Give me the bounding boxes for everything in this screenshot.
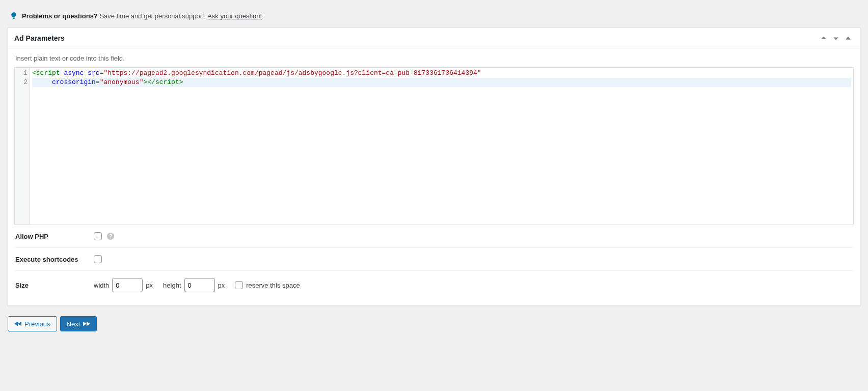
code-editor[interactable]: 1 2 <script async src="https://pagead2.g…	[14, 67, 854, 225]
panel-body: Insert plain text or code into this fiel…	[8, 48, 860, 305]
allow-php-label: Allow PHP	[14, 233, 94, 240]
width-input[interactable]	[112, 278, 143, 292]
ask-question-link[interactable]: Ask your question!	[207, 12, 262, 20]
move-up-button[interactable]	[818, 33, 829, 44]
execute-shortcodes-checkbox[interactable]	[94, 255, 102, 263]
previous-button[interactable]: Previous	[8, 316, 57, 331]
width-unit: px	[146, 282, 153, 289]
move-down-button[interactable]	[830, 33, 842, 44]
forward-icon	[83, 321, 90, 327]
panel-handle-actions	[818, 33, 854, 44]
reserve-space-checkbox[interactable]	[235, 281, 243, 289]
line-number: 2	[21, 78, 28, 87]
wizard-nav: Previous Next	[8, 316, 860, 331]
panel-title: Ad Parameters	[14, 34, 818, 42]
rewind-icon	[14, 321, 21, 327]
help-icon[interactable]: ?	[107, 233, 114, 240]
height-input[interactable]	[184, 278, 215, 292]
help-banner: Problems or questions? Save time and get…	[8, 8, 860, 27]
chevron-down-icon	[832, 34, 840, 42]
help-text: Save time and get personal support.	[99, 12, 206, 20]
allow-php-row: Allow PHP ?	[14, 225, 854, 248]
previous-label: Previous	[24, 320, 50, 328]
line-number: 1	[21, 69, 28, 78]
code-gutter: 1 2	[15, 68, 30, 225]
width-label: width	[94, 282, 109, 289]
lightbulb-icon	[10, 12, 18, 20]
toggle-panel-button[interactable]	[843, 33, 854, 44]
execute-shortcodes-label: Execute shortcodes	[14, 256, 94, 263]
next-button[interactable]: Next	[60, 316, 97, 331]
size-label: Size	[14, 282, 94, 289]
execute-shortcodes-row: Execute shortcodes	[14, 248, 854, 271]
code-line: crossorigin="anonymous"></script>	[32, 78, 851, 87]
code-area[interactable]: <script async src="https://pagead2.googl…	[30, 68, 853, 225]
reserve-space-label: reserve this space	[246, 282, 300, 289]
code-line: <script async src="https://pagead2.googl…	[32, 69, 851, 78]
code-hint: Insert plain text or code into this fiel…	[14, 54, 854, 62]
help-bold: Problems or questions?	[22, 12, 98, 20]
height-label: height	[163, 282, 181, 289]
next-label: Next	[67, 320, 80, 328]
allow-php-checkbox[interactable]	[94, 232, 102, 240]
height-unit: px	[218, 282, 225, 289]
panel-header: Ad Parameters	[8, 28, 860, 48]
help-text-line: Problems or questions? Save time and get…	[22, 12, 262, 20]
size-row: Size width px height px reserve this spa…	[14, 271, 854, 299]
ad-parameters-panel: Ad Parameters Insert plain text or code …	[8, 27, 860, 306]
triangle-up-icon	[845, 35, 852, 42]
chevron-up-icon	[820, 34, 828, 42]
